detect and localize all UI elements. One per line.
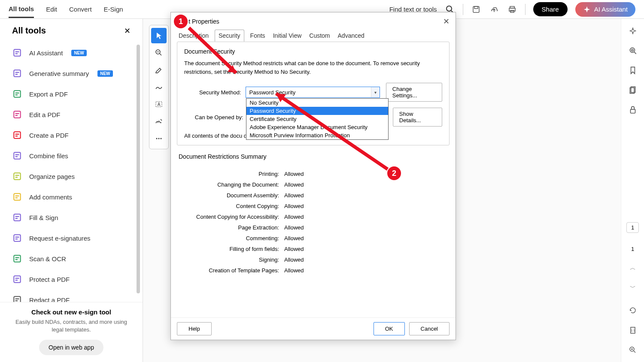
text-tool-icon[interactable]: A	[151, 97, 167, 112]
svg-point-55	[631, 49, 633, 51]
sidebar-item-scan[interactable]: Scan & OCR	[0, 248, 143, 269]
svg-rect-22	[14, 152, 20, 159]
svg-rect-3	[474, 6, 478, 9]
share-button[interactable]: Share	[533, 2, 568, 16]
more-tools-icon[interactable]	[151, 131, 167, 146]
rotate-icon[interactable]	[628, 305, 638, 316]
sidebar-item-export[interactable]: Export a PDF	[0, 84, 143, 104]
bookmark-icon[interactable]	[628, 65, 638, 75]
sidebar-close-icon[interactable]: ✕	[124, 26, 131, 36]
restriction-value: Allowed	[284, 224, 304, 231]
print-icon[interactable]	[507, 4, 517, 15]
sidebar: All tools ✕ AI AssistantNEWGenerative su…	[0, 19, 143, 362]
restriction-value: Allowed	[284, 246, 304, 252]
page-view-icon[interactable]: 1:1	[628, 325, 638, 335]
sidebar-item-sparkle[interactable]: AI AssistantNEW	[0, 42, 143, 63]
svg-rect-18	[15, 115, 18, 116]
change-settings-button[interactable]: Change Settings...	[386, 83, 442, 102]
menu-all-tools[interactable]: All tools	[9, 1, 34, 18]
restriction-row: Filling of form fields:Allowed	[194, 246, 443, 252]
menu-edit[interactable]: Edit	[46, 1, 57, 17]
help-button[interactable]: Help	[177, 322, 212, 335]
highlight-tool-icon[interactable]	[151, 62, 167, 78]
svg-rect-34	[14, 235, 20, 241]
svg-rect-39	[15, 259, 18, 260]
svg-rect-13	[14, 90, 20, 97]
comment-icon	[12, 192, 22, 202]
restriction-label: Content Copying for Accessibility:	[194, 214, 284, 220]
tab-fonts[interactable]: Fonts	[249, 30, 267, 42]
sidebar-title: All tools	[12, 26, 46, 36]
page-up-icon[interactable]: ︿	[630, 264, 636, 272]
svg-rect-17	[15, 113, 19, 114]
annotation-arrow-2	[265, 85, 394, 175]
svg-rect-32	[15, 216, 19, 217]
svg-rect-7	[14, 49, 20, 56]
organize-icon	[12, 171, 22, 181]
sidebar-item-label: Edit a PDF	[29, 111, 61, 118]
sidebar-item-combine[interactable]: Combine files	[0, 145, 143, 166]
zoom-tool-icon[interactable]	[151, 45, 167, 60]
ok-button[interactable]: OK	[374, 322, 405, 335]
sidebar-item-edit[interactable]: Edit a PDF	[0, 104, 143, 125]
svg-rect-16	[14, 111, 20, 118]
zoom-in-icon[interactable]	[628, 345, 638, 355]
divider	[463, 4, 463, 15]
sidebar-item-redact[interactable]: Redact a PDF	[0, 290, 143, 302]
signature-tool-icon[interactable]	[151, 114, 167, 129]
tab-advanced[interactable]: Advanced	[336, 30, 366, 42]
save-icon[interactable]	[471, 4, 481, 15]
tab-initial-view[interactable]: Initial View	[271, 30, 304, 42]
svg-point-52	[158, 138, 160, 139]
svg-rect-5	[509, 8, 515, 11]
sidebar-item-label: Combine files	[29, 152, 68, 160]
restriction-row: Content Copying for Accessibility:Allowe…	[194, 214, 443, 220]
svg-rect-26	[15, 175, 19, 176]
sidebar-scrollbar[interactable]	[137, 45, 140, 293]
open-webapp-button[interactable]: Open in web app	[39, 340, 103, 355]
svg-rect-38	[15, 257, 19, 258]
new-badge: NEW	[71, 50, 86, 56]
show-details-button[interactable]: Show Details...	[393, 108, 442, 127]
sidebar-item-request[interactable]: Request e-signatures	[0, 228, 143, 248]
restriction-label: Changing the Document:	[194, 181, 284, 188]
edit-icon	[12, 109, 22, 120]
pages-icon[interactable]	[628, 85, 638, 95]
svg-text:A: A	[158, 102, 161, 107]
page-total: 1	[631, 246, 634, 252]
sidebar-item-label: Export a PDF	[29, 90, 68, 98]
sidebar-item-protect[interactable]: Protect a PDF	[0, 269, 143, 290]
request-icon	[12, 233, 22, 243]
sidebar-item-label: Scan & OCR	[29, 255, 66, 262]
restriction-row: Changing the Document:Allowed	[194, 181, 443, 188]
sidebar-footer-title: Check out new e-sign tool	[12, 308, 131, 316]
menu-esign[interactable]: E-Sign	[104, 1, 123, 17]
svg-rect-29	[15, 196, 19, 196]
cancel-button[interactable]: Cancel	[409, 322, 450, 335]
sidebar-item-create[interactable]: Create a PDF	[0, 125, 143, 145]
sidebar-item-comment[interactable]: Add comments	[0, 187, 143, 207]
svg-rect-2	[473, 6, 479, 12]
restriction-value: Allowed	[284, 203, 304, 209]
svg-rect-31	[14, 214, 20, 220]
ai-button-label: AI Assistant	[594, 6, 628, 13]
sparkle-icon[interactable]	[628, 26, 638, 36]
restriction-label: Content Copying:	[194, 203, 284, 209]
sidebar-item-sign[interactable]: Fill & Sign	[0, 207, 143, 228]
upload-icon[interactable]	[489, 4, 499, 15]
draw-tool-icon[interactable]	[151, 79, 167, 95]
lock-icon[interactable]	[628, 105, 638, 115]
svg-rect-41	[15, 278, 19, 279]
menu-convert[interactable]: Convert	[69, 1, 92, 17]
sidebar-item-organize[interactable]: Organize pages	[0, 166, 143, 187]
combine-icon	[12, 151, 22, 161]
search-rail-icon[interactable]	[628, 45, 638, 56]
pointer-tool-icon[interactable]	[151, 28, 167, 43]
svg-point-54	[630, 48, 635, 52]
page-input[interactable]: 1	[626, 222, 639, 233]
sidebar-item-summary[interactable]: Generative summaryNEW	[0, 63, 143, 84]
page-down-icon[interactable]: ﹀	[630, 284, 636, 292]
ai-assistant-button[interactable]: AI Assistant	[575, 2, 635, 17]
dialog-close-icon[interactable]: ✕	[443, 17, 450, 26]
tab-custom[interactable]: Custom	[307, 30, 331, 42]
